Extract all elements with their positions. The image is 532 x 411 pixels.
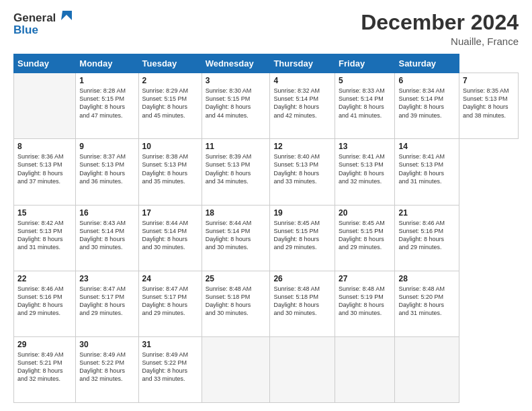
logo-general: General [13, 12, 56, 25]
col-thursday: Thursday [270, 54, 335, 73]
table-row: 27Sunrise: 8:48 AMSunset: 5:19 PMDayligh… [335, 271, 395, 336]
col-wednesday: Wednesday [202, 54, 270, 73]
table-row: 24Sunrise: 8:47 AMSunset: 5:17 PMDayligh… [138, 271, 202, 336]
table-row: 26Sunrise: 8:48 AMSunset: 5:18 PMDayligh… [270, 271, 335, 336]
table-row: 23Sunrise: 8:47 AMSunset: 5:17 PMDayligh… [76, 271, 138, 336]
table-row: 12Sunrise: 8:40 AMSunset: 5:13 PMDayligh… [270, 139, 335, 205]
col-saturday: Saturday [395, 54, 459, 73]
table-row: 21Sunrise: 8:46 AMSunset: 5:16 PMDayligh… [395, 205, 459, 271]
table-row: 17Sunrise: 8:44 AMSunset: 5:14 PMDayligh… [138, 205, 202, 271]
empty-cell [335, 336, 395, 402]
col-tuesday: Tuesday [138, 54, 202, 73]
table-row: 15Sunrise: 8:42 AMSunset: 5:13 PMDayligh… [14, 205, 76, 271]
calendar-page: General Blue December 2024 Nuaille, Fran… [0, 0, 532, 411]
week-row-2: 8Sunrise: 8:36 AMSunset: 5:13 PMDaylight… [14, 139, 519, 205]
table-row: 10Sunrise: 8:38 AMSunset: 5:13 PMDayligh… [138, 139, 202, 205]
week-row-3: 15Sunrise: 8:42 AMSunset: 5:13 PMDayligh… [14, 205, 519, 271]
empty-cell [14, 73, 76, 139]
empty-cell [395, 336, 459, 402]
table-row: 19Sunrise: 8:45 AMSunset: 5:15 PMDayligh… [270, 205, 335, 271]
svg-marker-0 [61, 11, 72, 20]
table-row: 4Sunrise: 8:32 AMSunset: 5:14 PMDaylight… [270, 73, 335, 139]
table-row: 7Sunrise: 8:35 AMSunset: 5:13 PMDaylight… [459, 73, 519, 139]
table-row: 1Sunrise: 8:28 AMSunset: 5:15 PMDaylight… [76, 73, 138, 139]
logo-arrow-icon [57, 11, 72, 26]
title-block: December 2024 Nuaille, France [361, 11, 519, 47]
table-row: 18Sunrise: 8:44 AMSunset: 5:14 PMDayligh… [202, 205, 270, 271]
week-row-4: 22Sunrise: 8:46 AMSunset: 5:16 PMDayligh… [14, 271, 519, 336]
table-row: 30Sunrise: 8:49 AMSunset: 5:22 PMDayligh… [76, 336, 138, 402]
week-row-1: 1Sunrise: 8:28 AMSunset: 5:15 PMDaylight… [14, 73, 519, 139]
logo: General Blue [13, 11, 72, 37]
table-row: 5Sunrise: 8:33 AMSunset: 5:14 PMDaylight… [335, 73, 395, 139]
logo-blue: Blue [13, 24, 38, 37]
calendar-subtitle: Nuaille, France [361, 36, 519, 47]
table-row: 9Sunrise: 8:37 AMSunset: 5:13 PMDaylight… [76, 139, 138, 205]
calendar-table: Sunday Monday Tuesday Wednesday Thursday… [13, 54, 519, 403]
calendar-title: December 2024 [361, 11, 519, 34]
table-row: 11Sunrise: 8:39 AMSunset: 5:13 PMDayligh… [202, 139, 270, 205]
table-row: 25Sunrise: 8:48 AMSunset: 5:18 PMDayligh… [202, 271, 270, 336]
empty-cell [270, 336, 335, 402]
table-row: 16Sunrise: 8:43 AMSunset: 5:14 PMDayligh… [76, 205, 138, 271]
table-row: 31Sunrise: 8:49 AMSunset: 5:22 PMDayligh… [138, 336, 202, 402]
col-monday: Monday [76, 54, 138, 73]
table-row: 13Sunrise: 8:41 AMSunset: 5:13 PMDayligh… [335, 139, 395, 205]
week-row-5: 29Sunrise: 8:49 AMSunset: 5:21 PMDayligh… [14, 336, 519, 402]
table-row: 2Sunrise: 8:29 AMSunset: 5:15 PMDaylight… [138, 73, 202, 139]
table-row: 8Sunrise: 8:36 AMSunset: 5:13 PMDaylight… [14, 139, 76, 205]
table-row: 14Sunrise: 8:41 AMSunset: 5:13 PMDayligh… [395, 139, 459, 205]
table-row: 22Sunrise: 8:46 AMSunset: 5:16 PMDayligh… [14, 271, 76, 336]
empty-cell [202, 336, 270, 402]
col-sunday: Sunday [14, 54, 76, 73]
col-friday: Friday [335, 54, 395, 73]
table-row: 20Sunrise: 8:45 AMSunset: 5:15 PMDayligh… [335, 205, 395, 271]
header: General Blue December 2024 Nuaille, Fran… [13, 11, 519, 47]
header-row: Sunday Monday Tuesday Wednesday Thursday… [14, 54, 519, 73]
table-row: 3Sunrise: 8:30 AMSunset: 5:15 PMDaylight… [202, 73, 270, 139]
table-row: 29Sunrise: 8:49 AMSunset: 5:21 PMDayligh… [14, 336, 76, 402]
table-row: 6Sunrise: 8:34 AMSunset: 5:14 PMDaylight… [395, 73, 459, 139]
table-row: 28Sunrise: 8:48 AMSunset: 5:20 PMDayligh… [395, 271, 459, 336]
